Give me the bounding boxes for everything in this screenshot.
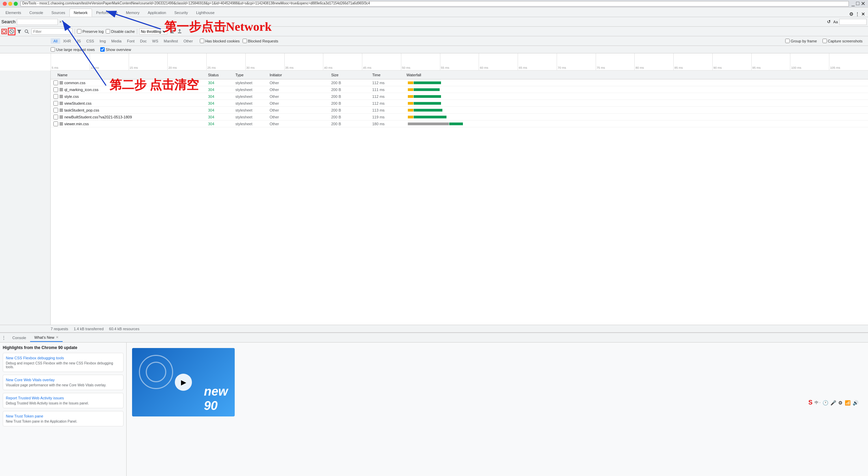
- settings-icon[interactable]: ⚙: [849, 11, 854, 17]
- preserve-log-input[interactable]: [77, 29, 81, 34]
- row-select-1[interactable]: [53, 87, 58, 92]
- row-status-4: 304: [208, 108, 235, 112]
- bottom-tab-whats-new[interactable]: What's New ✕: [30, 334, 62, 342]
- more-options-icon[interactable]: ⋮: [855, 11, 860, 17]
- has-blocked-cookies-input[interactable]: [200, 39, 204, 43]
- filter-ws[interactable]: WS: [150, 38, 161, 44]
- filter-js[interactable]: JS: [74, 38, 83, 44]
- disable-cache-input[interactable]: [106, 29, 110, 34]
- table-row[interactable]: ql_marking_icon.css 304 stylesheet Other…: [51, 86, 868, 93]
- filter-doc[interactable]: Doc: [137, 38, 150, 44]
- tab-sources[interactable]: Sources: [47, 9, 69, 17]
- import-icon[interactable]: [169, 29, 175, 34]
- row-size-2: 200 B: [331, 94, 372, 99]
- browser-url-bar[interactable]: DevTools - mooc1.chaoxing.com/exam/test/…: [21, 1, 849, 7]
- clear-button[interactable]: [9, 29, 14, 34]
- filter-input[interactable]: [31, 28, 73, 35]
- group-by-frame-option[interactable]: Group by frame: [785, 39, 817, 43]
- bottom-content: Highlights from the Chrome 90 update New…: [0, 343, 868, 476]
- whats-new-close-icon[interactable]: ✕: [56, 335, 59, 339]
- filter-field[interactable]: [839, 19, 867, 25]
- youtube-thumbnail[interactable]: ▶ new90: [132, 348, 235, 416]
- window-minimize-btn[interactable]: [8, 2, 12, 6]
- table-row[interactable]: newBuiltStudent.css?va2021-0513-1809 304…: [51, 114, 868, 120]
- search-network-icon[interactable]: [24, 29, 29, 34]
- news-item-trust-token[interactable]: New Trust Token pane New Trust Token pan…: [3, 411, 124, 426]
- svg-line-5: [27, 32, 29, 34]
- yt-play-button[interactable]: ▶: [175, 374, 192, 391]
- filter-all[interactable]: All: [51, 38, 60, 44]
- timeline-tick: 70 ms: [557, 53, 566, 70]
- header-initiator[interactable]: Initiator: [270, 73, 331, 77]
- filter-font[interactable]: Font: [124, 38, 137, 44]
- show-overview-cb[interactable]: Show overview: [100, 47, 131, 52]
- tab-lighthouse[interactable]: Lighthouse: [192, 9, 219, 17]
- header-waterfall[interactable]: Waterfall: [406, 73, 868, 77]
- group-by-frame-input[interactable]: [785, 39, 790, 43]
- blocked-requests-cb[interactable]: Blocked Requests: [243, 39, 278, 43]
- tab-console[interactable]: Console: [25, 9, 47, 17]
- header-status[interactable]: Status: [208, 73, 235, 77]
- use-large-rows-input[interactable]: [51, 47, 55, 52]
- capture-screenshots-option[interactable]: Capture screenshots: [822, 39, 863, 43]
- export-icon[interactable]: [177, 29, 182, 34]
- table-row[interactable]: common.css 304 stylesheet Other 200 B 11…: [51, 79, 868, 86]
- filter-css[interactable]: CSS: [83, 38, 97, 44]
- row-select-4[interactable]: [53, 108, 58, 113]
- capture-screenshots-input[interactable]: [822, 39, 827, 43]
- filter-icon[interactable]: [16, 29, 22, 34]
- close-devtools-icon[interactable]: ✕: [861, 11, 865, 17]
- header-type[interactable]: Type: [235, 73, 270, 77]
- record-button[interactable]: [1, 29, 7, 34]
- bottom-tab-console[interactable]: Console: [8, 334, 30, 342]
- row-select-6[interactable]: [53, 121, 58, 126]
- use-large-rows-cb[interactable]: Use large request rows: [51, 47, 95, 52]
- tab-network[interactable]: Network: [69, 9, 92, 17]
- settings2-icon: ⚙: [838, 400, 843, 406]
- news-item-flexbox[interactable]: New CSS Flexbox debugging tools Debug an…: [3, 353, 124, 372]
- has-blocked-cookies-cb[interactable]: Has blocked cookies: [200, 39, 240, 43]
- window-restore-icon[interactable]: □: [856, 0, 859, 7]
- preserve-log-checkbox[interactable]: Preserve log: [77, 29, 104, 34]
- row-select-0[interactable]: [53, 80, 58, 85]
- filter-xhr[interactable]: XHR: [60, 38, 74, 44]
- filter-img[interactable]: Img: [97, 38, 108, 44]
- bottom-menu-icon[interactable]: ⋮: [1, 335, 6, 340]
- news-item-trusted[interactable]: Report Trusted Web Activity issues Debug…: [3, 393, 124, 408]
- disable-cache-checkbox[interactable]: Disable cache: [106, 29, 135, 34]
- table-row[interactable]: style.css 304 stylesheet Other 200 B 112…: [51, 93, 868, 100]
- filter-media[interactable]: Media: [108, 38, 124, 44]
- window-close-btn[interactable]: [3, 2, 7, 6]
- row-select-5[interactable]: [53, 115, 58, 119]
- header-size[interactable]: Size: [331, 73, 372, 77]
- tab-performance[interactable]: Performance: [92, 9, 122, 17]
- refresh-icon[interactable]: ↺: [827, 19, 831, 24]
- tab-application[interactable]: Application: [144, 9, 170, 17]
- throttle-select[interactable]: No throttling Slow 3G Fast 3G: [139, 28, 167, 35]
- filter-manifest[interactable]: Manifest: [161, 38, 181, 44]
- row-initiator-1: Other: [270, 88, 331, 92]
- tab-memory[interactable]: Memory: [122, 9, 144, 17]
- tab-elements[interactable]: Elements: [1, 9, 25, 17]
- search-close-button[interactable]: ×: [59, 20, 62, 24]
- news-item-vitals[interactable]: New Core Web Vitals overlay Visualize pa…: [3, 375, 124, 390]
- window-minimize-icon[interactable]: _: [852, 0, 855, 7]
- header-name[interactable]: Name: [51, 73, 208, 77]
- header-time[interactable]: Time: [372, 73, 406, 77]
- table-row[interactable]: viewStudent.css 304 stylesheet Other 200…: [51, 100, 868, 107]
- row-initiator-5: Other: [270, 115, 331, 119]
- blocked-requests-input[interactable]: [243, 39, 247, 43]
- filter-other[interactable]: Other: [181, 38, 196, 44]
- show-overview-input[interactable]: [100, 47, 105, 52]
- window-close-icon[interactable]: ✕: [861, 0, 865, 7]
- row-filename-3: viewStudent.css: [64, 101, 91, 105]
- row-select-2[interactable]: [53, 94, 58, 99]
- row-time-6: 180 ms: [372, 122, 406, 126]
- search-input[interactable]: [17, 19, 58, 25]
- tab-security[interactable]: Security: [170, 9, 192, 17]
- row-time-2: 112 ms: [372, 94, 406, 99]
- row-select-3[interactable]: [53, 101, 58, 106]
- table-row[interactable]: viewer.min.css 304 stylesheet Other 200 …: [51, 120, 868, 127]
- table-row[interactable]: taskStudent_pop.css 304 stylesheet Other…: [51, 107, 868, 114]
- window-maximize-btn[interactable]: [14, 2, 18, 6]
